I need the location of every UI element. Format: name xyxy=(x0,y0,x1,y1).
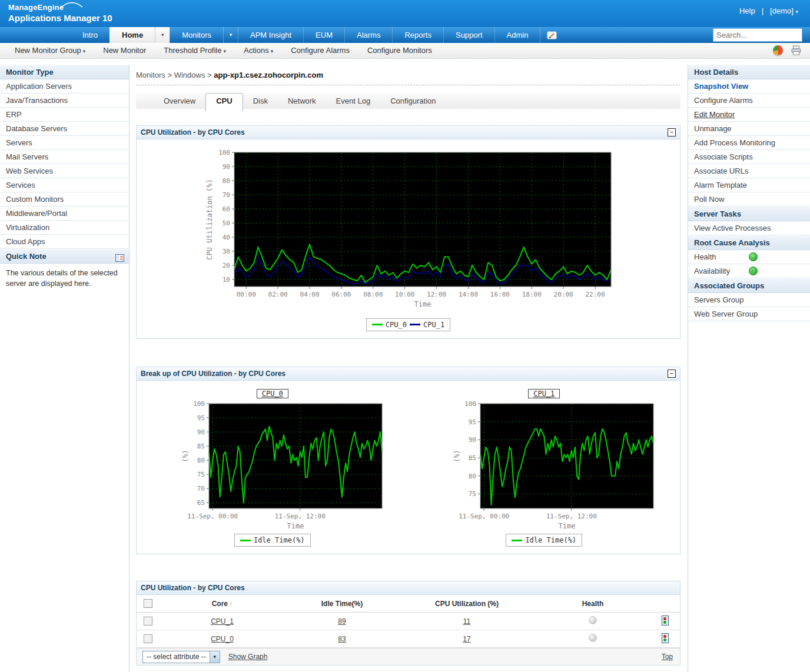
quick-note-text: The various details of the selected serv… xyxy=(0,264,129,289)
sidebar-item-custom-monitors[interactable]: Custom Monitors xyxy=(0,192,129,207)
legend-label: CPU_0 xyxy=(386,321,407,329)
right-item-configure-alarms[interactable]: Configure Alarms xyxy=(688,94,810,108)
nav-tab-intro[interactable]: Intro xyxy=(71,27,109,43)
traffic-light-icon[interactable] xyxy=(662,616,669,626)
printer-icon[interactable] xyxy=(791,45,802,55)
toolbar-item-configure-monitors[interactable]: Configure Monitors xyxy=(358,43,441,58)
nav-tab-arrow-icon[interactable]: ▾ xyxy=(155,27,170,43)
cpu1-link[interactable]: CPU_1 xyxy=(528,389,560,398)
util-value-link[interactable]: 17 xyxy=(463,635,470,643)
util-value-link[interactable]: 11 xyxy=(463,617,470,626)
sidebar-item-java-transactions[interactable]: Java/Transactions xyxy=(0,94,129,108)
tab-event-log[interactable]: Event Log xyxy=(326,93,381,109)
right-item-snapshot-view[interactable]: Snapshot View xyxy=(688,79,810,94)
right-item-availability[interactable]: Availability↑ xyxy=(688,264,810,278)
svg-text:11-Sep, 12:00: 11-Sep, 12:00 xyxy=(546,513,597,520)
toolbar-item-new-monitor-group[interactable]: New Monitor Group▾ xyxy=(6,43,94,58)
nav-tab-support[interactable]: Support xyxy=(443,27,494,43)
attribute-select[interactable]: -- select attribute -- ▼ xyxy=(142,651,220,663)
panel-header: CPU Utilization - by CPU Cores xyxy=(137,581,680,595)
sidebar-item-cloud-apps[interactable]: Cloud Apps xyxy=(0,235,129,249)
column-header-actions xyxy=(650,595,680,613)
toolbar-item-threshold-profile[interactable]: Threshold Profile▾ xyxy=(155,43,235,58)
main-content: Monitors > Windows > app-xp1.csez.zohoco… xyxy=(136,65,680,672)
user-menu[interactable]: [demo] ▾ xyxy=(770,6,798,15)
toolbar-item-configure-alarms[interactable]: Configure Alarms xyxy=(282,43,358,58)
select-all-checkbox[interactable] xyxy=(144,599,152,608)
svg-text:70: 70 xyxy=(223,191,230,199)
column-header-core[interactable]: Core ↑ xyxy=(159,595,286,613)
sidebar-item-mail-servers[interactable]: Mail Servers xyxy=(0,150,129,164)
sidebar-item-servers[interactable]: Servers xyxy=(0,136,129,150)
tab-overview[interactable]: Overview xyxy=(154,93,205,109)
sidebar-item-web-services[interactable]: Web Services xyxy=(0,164,129,178)
right-item-health[interactable]: Health xyxy=(688,250,810,264)
row-checkbox[interactable] xyxy=(144,617,152,626)
svg-text:20: 20 xyxy=(223,262,230,270)
sidebar-item-services[interactable]: Services xyxy=(0,178,129,192)
sidebar-item-middleware-portal[interactable]: Middleware/Portal xyxy=(0,207,129,221)
select-arrow-icon: ▼ xyxy=(210,651,220,663)
svg-text:14:00: 14:00 xyxy=(459,291,478,298)
sidebar-item-erp[interactable]: ERP xyxy=(0,108,129,122)
nav-tab-home[interactable]: Home xyxy=(109,27,155,43)
right-item-add-process-monitoring[interactable]: Add Process Monitoring xyxy=(688,136,810,150)
view-tabs: OverviewCPUDiskNetworkEvent LogConfigura… xyxy=(136,93,680,109)
right-item-unmanage[interactable]: Unmanage xyxy=(688,122,810,136)
svg-text:Time: Time xyxy=(414,300,431,308)
brand-line2: Applications Manager 10 xyxy=(8,13,112,23)
monitor-type-list: Application ServersJava/TransactionsERPD… xyxy=(0,79,129,249)
row-checkbox[interactable] xyxy=(144,634,152,643)
health-status-icon xyxy=(589,634,597,642)
nav-tab-monitors[interactable]: Monitors xyxy=(170,27,223,43)
right-item-view-active-processes[interactable]: View Active Processes xyxy=(688,221,810,235)
tab-cpu[interactable]: CPU xyxy=(205,93,243,111)
idle-value-link[interactable]: 83 xyxy=(338,635,346,643)
column-header-util[interactable]: CPU Utilization (%) xyxy=(399,595,535,613)
show-graph-link[interactable]: Show Graph xyxy=(228,653,268,661)
sidebar-item-virtualization[interactable]: Virtualization xyxy=(0,221,129,235)
nav-tab-eum[interactable]: EUM xyxy=(303,27,344,43)
tab-configuration[interactable]: Configuration xyxy=(380,93,446,109)
right-item-edit-monitor[interactable]: Edit Monitor xyxy=(688,108,810,122)
right-item-alarm-template[interactable]: Alarm Template xyxy=(688,178,810,192)
nav-tab-apm-insight[interactable]: APM Insight xyxy=(238,27,303,43)
right-item-web-server-group[interactable]: Web Server Group xyxy=(688,307,810,321)
collapse-icon[interactable]: − xyxy=(668,128,676,137)
nav-tab-arrow-icon[interactable]: ▾ xyxy=(223,27,238,43)
breadcrumb-windows[interactable]: Windows xyxy=(174,71,205,79)
panel-body: 10203040506070809010000:0002:0004:0006:0… xyxy=(137,139,680,338)
right-item-associate-scripts[interactable]: Associate Scripts xyxy=(688,150,810,164)
pie-chart-icon[interactable] xyxy=(773,45,783,55)
column-header-idle[interactable]: Idle Time(%) xyxy=(286,595,399,613)
traffic-light-icon[interactable] xyxy=(662,633,669,643)
right-item-associate-urls[interactable]: Associate URLs xyxy=(688,164,810,178)
svg-text:80: 80 xyxy=(469,472,476,480)
nav-tab-reports[interactable]: Reports xyxy=(392,27,443,43)
toolbar-item-actions[interactable]: Actions▾ xyxy=(235,43,282,58)
toolbar-item-new-monitor[interactable]: New Monitor xyxy=(94,43,155,58)
section-header-root-cause-analysis: Root Cause Analysis xyxy=(688,235,810,250)
cpu0-link[interactable]: CPU_0 xyxy=(257,389,288,398)
right-item-poll-now[interactable]: Poll Now xyxy=(688,192,810,207)
search-input[interactable] xyxy=(713,31,810,39)
core-link[interactable]: CPU_0 xyxy=(211,635,234,643)
idle-value-link[interactable]: 89 xyxy=(338,617,346,626)
nav-tab-admin[interactable]: Admin xyxy=(494,27,540,43)
tab-disk[interactable]: Disk xyxy=(243,93,278,109)
sidebar-item-database-servers[interactable]: Database Servers xyxy=(0,122,129,136)
tab-network[interactable]: Network xyxy=(278,93,326,109)
core-link[interactable]: CPU_1 xyxy=(211,617,234,626)
svg-text:40: 40 xyxy=(223,234,230,241)
help-link[interactable]: Help xyxy=(739,6,755,15)
table-header-row: Core ↑ Idle Time(%) CPU Utilization (%) … xyxy=(137,595,680,613)
sidebar-item-application-servers[interactable]: Application Servers xyxy=(0,79,129,94)
edit-dashboard-icon[interactable] xyxy=(540,27,564,43)
breadcrumb-separator: > xyxy=(207,71,214,79)
breadcrumb-monitors[interactable]: Monitors xyxy=(136,71,165,79)
column-header-health[interactable]: Health xyxy=(535,595,650,613)
right-item-servers-group[interactable]: Servers Group xyxy=(688,293,810,307)
top-link[interactable]: Top xyxy=(662,653,673,661)
collapse-icon[interactable]: − xyxy=(668,370,676,378)
nav-tab-alarms[interactable]: Alarms xyxy=(344,27,392,43)
